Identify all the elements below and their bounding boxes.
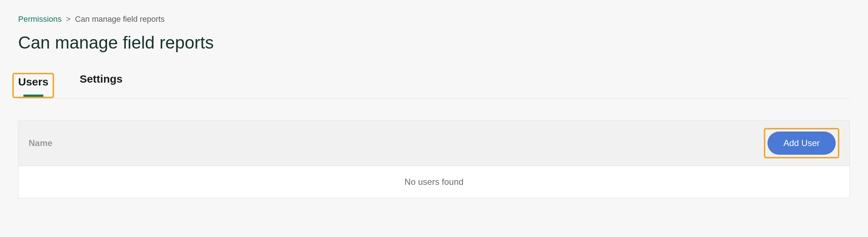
add-user-button[interactable]: Add User xyxy=(767,132,836,155)
tab-users[interactable]: Users xyxy=(18,76,48,97)
page-title: Can manage field reports xyxy=(18,33,850,53)
tabs: Users Settings xyxy=(18,73,850,99)
breadcrumb-current: Can manage field reports xyxy=(75,14,165,24)
tab-settings[interactable]: Settings xyxy=(79,73,122,98)
table-empty-message: No users found xyxy=(19,166,849,198)
breadcrumb: Permissions > Can manage field reports xyxy=(18,14,850,24)
users-table: Name Add User No users found xyxy=(18,120,850,198)
breadcrumb-separator: > xyxy=(66,14,71,24)
breadcrumb-link-permissions[interactable]: Permissions xyxy=(18,14,62,24)
highlight-tab-users: Users xyxy=(12,73,54,98)
highlight-add-user: Add User xyxy=(764,128,839,158)
table-column-name: Name xyxy=(29,138,52,148)
table-header: Name Add User xyxy=(19,121,849,166)
